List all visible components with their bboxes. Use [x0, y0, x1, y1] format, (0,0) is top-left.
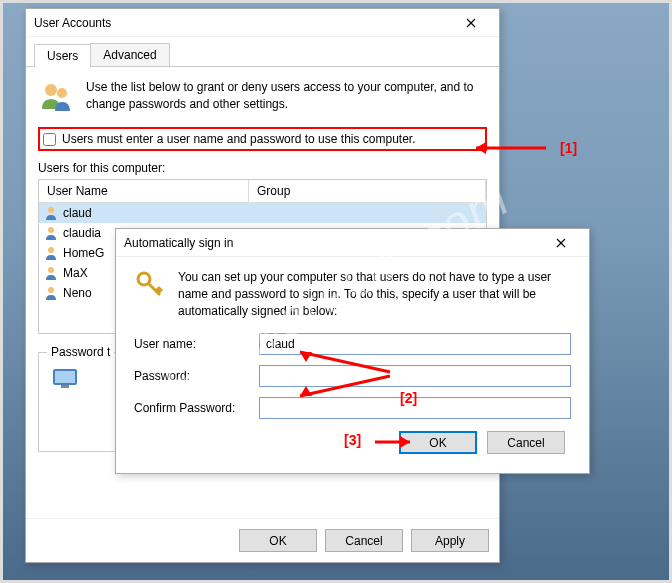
- users-for-label: Users for this computer:: [38, 161, 487, 175]
- dialog-titlebar: Automatically sign in: [116, 229, 589, 257]
- annotation-1: [1]: [560, 140, 577, 156]
- dialog-button-row: OK Cancel: [134, 431, 571, 454]
- tab-strip: Users Advanced: [26, 37, 499, 67]
- column-username[interactable]: User Name: [39, 180, 249, 202]
- dialog-title: Automatically sign in: [124, 236, 233, 250]
- username-row: User name:: [134, 333, 571, 355]
- svg-point-1: [57, 88, 67, 98]
- user-name-cell: HomeG: [63, 246, 104, 260]
- password-legend: Password t: [47, 345, 114, 359]
- dialog-intro: You can set up your computer so that use…: [134, 269, 571, 319]
- titlebar: User Accounts: [26, 9, 499, 37]
- cancel-button[interactable]: Cancel: [325, 529, 403, 552]
- intro-text: Use the list below to grant or deny user…: [86, 79, 487, 115]
- user-icon: [43, 265, 59, 281]
- keys-icon: [134, 269, 166, 301]
- user-icon: [43, 245, 59, 261]
- svg-rect-9: [61, 385, 69, 388]
- intro-row: Use the list below to grant or deny user…: [38, 79, 487, 115]
- svg-point-6: [48, 287, 54, 293]
- ok-button[interactable]: OK: [239, 529, 317, 552]
- users-icon: [38, 79, 74, 115]
- password-input[interactable]: [259, 365, 571, 387]
- close-button[interactable]: [451, 13, 491, 33]
- password-label: Password:: [134, 369, 259, 383]
- svg-point-0: [45, 84, 57, 96]
- window-title: User Accounts: [34, 16, 111, 30]
- dialog-cancel-button[interactable]: Cancel: [487, 431, 565, 454]
- tab-advanced[interactable]: Advanced: [90, 43, 169, 66]
- tab-users[interactable]: Users: [34, 44, 91, 67]
- user-name-cell: claudia: [63, 226, 101, 240]
- list-header: User Name Group: [39, 180, 486, 203]
- username-label: User name:: [134, 337, 259, 351]
- column-group[interactable]: Group: [249, 180, 486, 202]
- list-item[interactable]: claud: [39, 203, 486, 223]
- close-icon: [466, 18, 476, 28]
- user-icon: [43, 285, 59, 301]
- svg-rect-8: [55, 371, 75, 383]
- main-button-row: OK Cancel Apply: [26, 518, 499, 562]
- auto-signin-dialog: Automatically sign in You can set up you…: [115, 228, 590, 474]
- user-icon: [43, 205, 59, 221]
- confirm-row: Confirm Password:: [134, 397, 571, 419]
- svg-point-3: [48, 227, 54, 233]
- must-enter-checkbox-row[interactable]: Users must enter a user name and passwor…: [38, 127, 487, 151]
- user-name-cell: claud: [63, 206, 92, 220]
- password-row: Password:: [134, 365, 571, 387]
- confirm-label: Confirm Password:: [134, 401, 259, 415]
- monitor-key-icon: [49, 363, 85, 399]
- confirm-input[interactable]: [259, 397, 571, 419]
- must-enter-checkbox[interactable]: [43, 133, 56, 146]
- dialog-ok-button[interactable]: OK: [399, 431, 477, 454]
- svg-point-4: [48, 247, 54, 253]
- svg-point-5: [48, 267, 54, 273]
- dialog-intro-text: You can set up your computer so that use…: [178, 269, 571, 319]
- close-icon: [556, 238, 566, 248]
- user-name-cell: MaX: [63, 266, 88, 280]
- svg-point-2: [48, 207, 54, 213]
- must-enter-label: Users must enter a user name and passwor…: [62, 132, 416, 146]
- user-icon: [43, 225, 59, 241]
- username-input[interactable]: [259, 333, 571, 355]
- user-name-cell: Neno: [63, 286, 92, 300]
- dialog-close-button[interactable]: [541, 233, 581, 253]
- apply-button[interactable]: Apply: [411, 529, 489, 552]
